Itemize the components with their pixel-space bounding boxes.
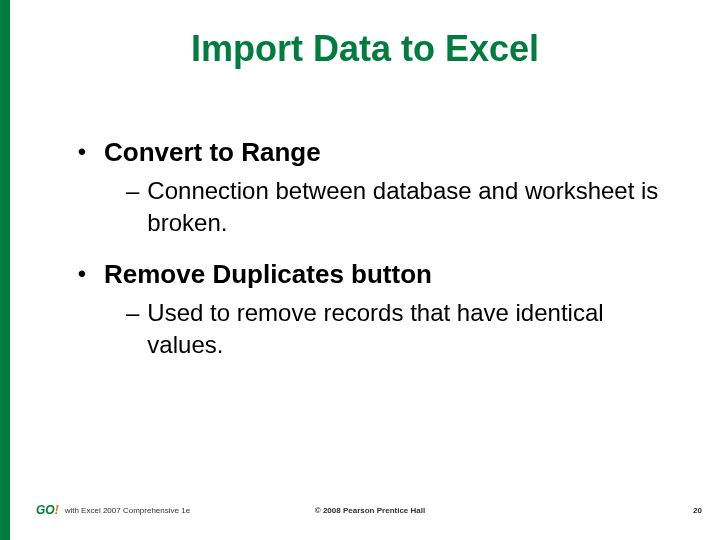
sub-bullet-text: Used to remove records that have identic…	[147, 297, 660, 361]
sub-bullet-item: – Connection between database and worksh…	[70, 175, 660, 239]
sub-bullet-item: – Used to remove records that have ident…	[70, 297, 660, 361]
dash-marker: –	[126, 297, 147, 329]
go-logo: GO!	[36, 503, 59, 517]
bullet-item: • Remove Duplicates button	[70, 257, 660, 291]
footer-copyright: © 2008 Pearson Prentice Hall	[315, 506, 425, 515]
footer-left-text: with Excel 2007 Comprehensive 1e	[65, 506, 190, 515]
sub-bullet-text: Connection between database and workshee…	[147, 175, 660, 239]
bullet-item: • Convert to Range	[70, 135, 660, 169]
footer-bar: GO! with Excel 2007 Comprehensive 1e © 2…	[20, 500, 720, 520]
slide-title: Import Data to Excel	[10, 0, 720, 80]
content-area: • Convert to Range – Connection between …	[10, 80, 720, 361]
bullet-label: Remove Duplicates button	[104, 257, 432, 291]
slide-number: 20	[693, 506, 702, 515]
bullet-marker: •	[70, 257, 104, 291]
bullet-marker: •	[70, 135, 104, 169]
bullet-label: Convert to Range	[104, 135, 321, 169]
footer-left: GO! with Excel 2007 Comprehensive 1e	[36, 503, 190, 517]
dash-marker: –	[126, 175, 147, 207]
